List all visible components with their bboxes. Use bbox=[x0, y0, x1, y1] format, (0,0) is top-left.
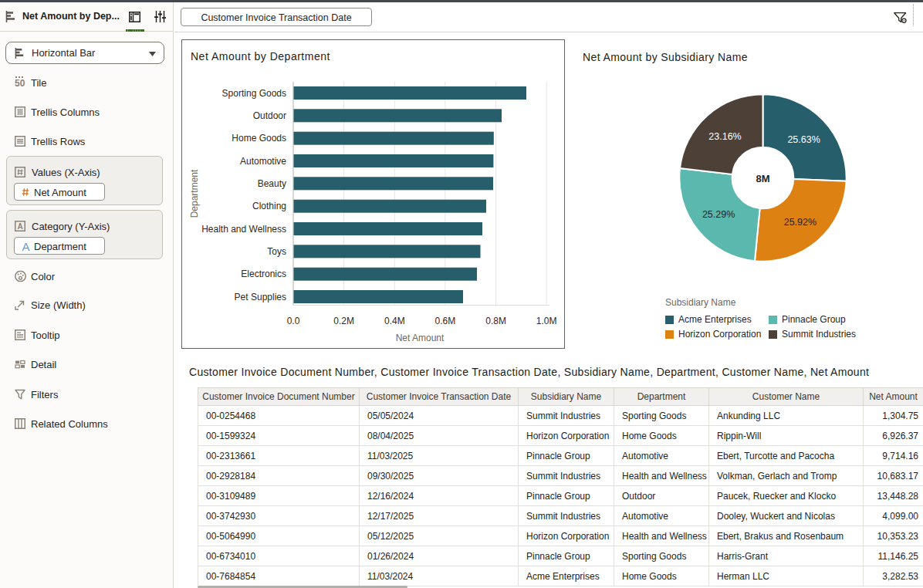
svg-text:25.92%: 25.92% bbox=[784, 217, 816, 228]
svg-text:25.29%: 25.29% bbox=[702, 209, 735, 220]
svg-text:A: A bbox=[17, 222, 22, 231]
svg-text:Pet Supplies: Pet Supplies bbox=[235, 292, 286, 302]
svg-text:Automotive: Automotive bbox=[240, 156, 286, 167]
svg-text:Electronics: Electronics bbox=[241, 269, 286, 279]
svg-text:0.4M: 0.4M bbox=[384, 316, 405, 326]
svg-text:1.0M: 1.0M bbox=[536, 316, 557, 326]
svg-text:Toys: Toys bbox=[267, 246, 286, 257]
svg-text:0.8M: 0.8M bbox=[485, 316, 506, 326]
svg-text:Health and Wellness: Health and Wellness bbox=[201, 224, 286, 235]
svg-text:0.2M: 0.2M bbox=[333, 316, 354, 326]
svg-text:Clothing: Clothing bbox=[252, 201, 286, 211]
svg-text:Beauty: Beauty bbox=[258, 178, 286, 189]
svg-text:Net Amount by Department: Net Amount by Department bbox=[191, 50, 330, 63]
svg-text:25.63%: 25.63% bbox=[787, 134, 820, 145]
svg-text:Department: Department bbox=[189, 169, 200, 218]
svg-text:Net Amount: Net Amount bbox=[396, 333, 445, 343]
svg-text:23.16%: 23.16% bbox=[708, 131, 741, 142]
svg-text:Outdoor: Outdoor bbox=[253, 110, 286, 121]
svg-text:0.0: 0.0 bbox=[287, 316, 300, 326]
svg-text:Sporting Goods: Sporting Goods bbox=[222, 88, 286, 99]
svg-text:A: A bbox=[22, 241, 29, 252]
svg-text:0.6M: 0.6M bbox=[435, 316, 456, 326]
svg-text:8M: 8M bbox=[756, 173, 769, 184]
svg-text:Home Goods: Home Goods bbox=[232, 133, 286, 144]
